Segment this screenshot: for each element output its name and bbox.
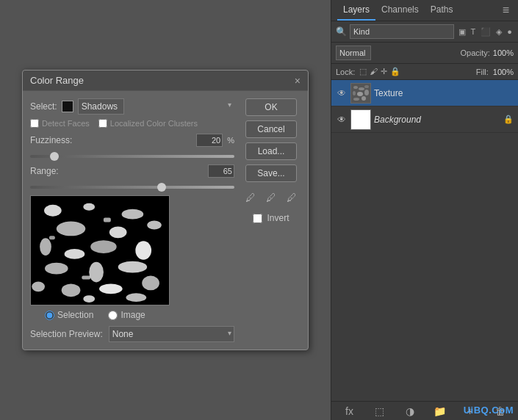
range-value-input[interactable]	[208, 164, 234, 178]
fuzziness-label: Fuzziness:	[30, 135, 72, 145]
svg-point-31	[361, 96, 366, 101]
svg-point-8	[65, 249, 85, 259]
fuzziness-value-input[interactable]	[196, 134, 223, 147]
layer-name-background: Background	[374, 115, 500, 125]
detect-faces-label: Detect Faces	[42, 119, 90, 128]
range-section: Range:	[30, 164, 234, 191]
fuzziness-slider[interactable]	[30, 155, 234, 158]
dialog-title: Color Range	[30, 75, 84, 86]
filter-shape-icon[interactable]: ⬛	[479, 26, 492, 37]
watermark: UiBQ.CoM	[464, 405, 514, 416]
svg-point-14	[32, 281, 45, 292]
svg-point-17	[142, 276, 159, 291]
layer-name-texture: Texture	[374, 88, 514, 98]
invert-label: Invert	[267, 213, 289, 223]
dialog-titlebar: Color Range ×	[23, 70, 308, 91]
svg-point-2	[83, 203, 95, 211]
preview-select[interactable]: None Grayscale Black Matte White Matte Q…	[109, 326, 234, 342]
filter-type-icon[interactable]: T	[470, 26, 478, 37]
svg-rect-22	[82, 276, 90, 280]
ok-button[interactable]: OK	[245, 98, 297, 116]
selection-radio-input[interactable]	[45, 311, 54, 320]
select-row: Select: Shadows Highlights Midtones	[30, 98, 234, 115]
tab-channels[interactable]: Channels	[375, 0, 425, 21]
lock-icons: ⬚ 🖌 ✛ 🔒	[359, 67, 400, 76]
svg-point-24	[353, 86, 358, 89]
panel-tabs: Layers Channels Paths ≡	[331, 0, 518, 21]
filter-toggle-icon[interactable]: ●	[506, 26, 514, 37]
add-style-button[interactable]: fx	[342, 403, 358, 419]
image-radio[interactable]: Image	[108, 310, 145, 320]
layer-item-background[interactable]: 👁 Background 🔒	[331, 106, 518, 133]
texture-thumb-svg	[351, 84, 370, 103]
fuzziness-unit: %	[227, 136, 234, 145]
save-button[interactable]: Save...	[245, 164, 297, 182]
blend-mode-row: Normal Multiply Screen Opacity: 100%	[331, 43, 518, 64]
select-dropdown-wrapper: Shadows Highlights Midtones	[78, 98, 234, 115]
select-dropdown[interactable]: Shadows Highlights Midtones	[78, 98, 124, 115]
blend-mode-select[interactable]: Normal Multiply Screen	[336, 46, 371, 60]
select-label: Select:	[30, 101, 57, 112]
add-mask-button[interactable]: ⬚	[372, 403, 388, 419]
lock-pixels-icon[interactable]: 🖌	[370, 67, 378, 76]
svg-point-12	[89, 262, 104, 283]
load-button[interactable]: Load...	[245, 142, 297, 160]
svg-point-1	[44, 205, 62, 217]
panel-menu-button[interactable]: ≡	[500, 1, 512, 20]
tab-paths[interactable]: Paths	[425, 0, 459, 21]
right-panel: Layers Channels Paths ≡ 🔍 Kind ▣ T ⬛ ◈ ●…	[331, 0, 518, 420]
layer-item-texture[interactable]: 👁 Texture	[331, 80, 518, 106]
filter-smart-icon[interactable]: ◈	[494, 26, 503, 37]
add-group-button[interactable]: 📁	[432, 403, 448, 419]
opacity-value[interactable]: 100%	[493, 48, 514, 57]
lock-row: Lock: ⬚ 🖌 ✛ 🔒 Fill: 100%	[331, 64, 518, 80]
range-slider[interactable]	[30, 186, 234, 189]
fuzziness-range-container	[30, 150, 234, 160]
lock-position-icon[interactable]: ✛	[381, 67, 387, 76]
localized-input[interactable]	[98, 119, 107, 128]
fuzziness-section: Fuzziness: %	[30, 134, 234, 160]
tab-layers[interactable]: Layers	[337, 0, 375, 21]
preview-image	[30, 195, 170, 305]
svg-point-30	[353, 98, 359, 101]
eyedropper-sample-button[interactable]: 🖊	[242, 189, 259, 206]
svg-point-3	[122, 209, 144, 220]
left-panel: Color Range × Select: Shadows Highlights…	[0, 0, 331, 420]
invert-checkbox[interactable]	[253, 214, 262, 223]
dialog-close-button[interactable]: ×	[295, 76, 301, 86]
layer-visibility-texture[interactable]: 👁	[336, 87, 348, 99]
preview-row: Selection Preview: None Grayscale Black …	[30, 326, 234, 342]
range-range-container	[30, 181, 234, 191]
eyedropper-remove-icon: 🖊	[287, 192, 297, 203]
lock-label: Lock:	[336, 68, 355, 76]
svg-point-26	[364, 85, 369, 88]
svg-point-29	[364, 90, 369, 95]
eyedropper-remove-button[interactable]: 🖊	[284, 189, 300, 206]
detect-faces-checkbox[interactable]: Detect Faces	[30, 119, 90, 128]
filter-type-select[interactable]: Kind	[350, 24, 454, 39]
selection-radio-label: Selection	[57, 310, 93, 320]
svg-point-16	[99, 283, 123, 294]
preview-select-wrapper: None Grayscale Black Matte White Matte Q…	[109, 326, 234, 342]
invert-row: Invert	[253, 213, 289, 223]
svg-rect-20	[49, 236, 55, 239]
detect-faces-input[interactable]	[30, 119, 39, 128]
add-adjustment-button[interactable]: ◑	[402, 403, 418, 419]
image-radio-input[interactable]	[108, 311, 118, 320]
svg-point-27	[353, 91, 356, 95]
localized-checkbox[interactable]: Localized Color Clusters	[98, 119, 198, 128]
svg-point-6	[147, 221, 162, 230]
image-radio-label: Image	[120, 310, 145, 320]
range-value-row	[208, 164, 234, 178]
layers-search-bar: 🔍 Kind ▣ T ⬛ ◈ ●	[331, 21, 518, 43]
range-label-row: Range:	[30, 164, 234, 178]
lock-all-icon[interactable]: 🔒	[390, 67, 400, 76]
filter-pixel-icon[interactable]: ▣	[457, 26, 467, 37]
cancel-button[interactable]: Cancel	[245, 120, 297, 138]
selection-radio[interactable]: Selection	[45, 310, 93, 320]
eyedropper-add-button[interactable]: 🖊	[263, 189, 279, 206]
lock-transparent-icon[interactable]: ⬚	[359, 67, 367, 76]
fuzziness-value-row: %	[196, 134, 234, 147]
layer-visibility-background[interactable]: 👁	[336, 114, 348, 126]
fill-value[interactable]: 100%	[493, 68, 514, 76]
